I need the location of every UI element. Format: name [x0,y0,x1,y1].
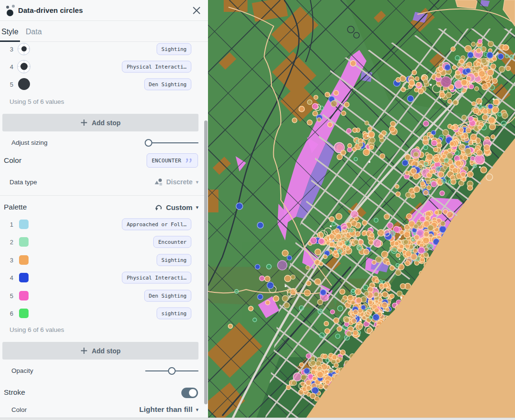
palette-dropdown[interactable]: Custom ▾ [155,203,198,211]
stop-index: 6 [4,310,13,317]
palette-stop-row: 5 Den Sighting [0,287,208,304]
stroke-section-header: Stroke [4,388,25,397]
value-badge[interactable]: Physical Interacti… [122,60,191,72]
palette-stop-row: 2 Encounter [0,233,208,250]
palette-usage-text: Using 6 of 6 values [10,326,64,333]
stroke-color-label: Color [11,406,27,413]
opacity-row: Opacity [0,365,208,376]
size-stop-row: 5 Den Sighting [0,75,208,93]
stop-index: 2 [4,238,13,245]
size-stop-circle-icon[interactable] [17,78,30,91]
opacity-slider[interactable] [145,370,198,371]
palette-row: Palette Custom ▾ [0,201,208,213]
shapes-icon [154,178,163,186]
map-canvas[interactable] [208,0,515,420]
palette-label: Palette [4,203,27,211]
color-section-header: Color [4,156,21,165]
map-svg [208,0,515,420]
tab-style[interactable]: Style [1,21,19,41]
data-driven-circles-icon [5,4,17,17]
color-field-chip[interactable]: ENCOUNTER [147,153,198,168]
undo-icon [155,203,163,211]
caret-down-icon: ▾ [196,205,198,210]
slider-handle[interactable] [168,367,176,375]
color-swatch[interactable] [19,309,29,318]
palette-stop-row: 4 Physical Interacti… [0,269,208,286]
value-badge[interactable]: Encounter [153,236,191,248]
bottom-strip [0,418,515,420]
stop-index: 4 [4,274,13,281]
value-badge[interactable]: sighting [157,307,191,319]
plus-icon [80,347,88,354]
size-stop-circle-icon[interactable] [17,60,30,73]
add-stop-label: Add stop [92,347,121,355]
opacity-label: Opacity [11,367,33,374]
stroke-color-dropdown[interactable]: Lighter than fill ▾ [139,405,198,414]
value-badge[interactable]: Den Sighting [144,290,191,301]
adjust-sizing-label: Adjust sizing [11,139,48,146]
add-color-stop-button[interactable]: Add stop [2,342,198,360]
caret-down-icon: ▾ [196,180,198,185]
size-stop-row: 4 Physical Interacti… [0,58,208,75]
palette-stop-row: 1 Approached or Foll… [0,215,208,233]
stop-index: 3 [4,256,13,263]
color-swatch[interactable] [19,291,29,300]
stroke-toggle[interactable] [181,388,198,398]
panel-title: Data-driven circles [18,6,83,14]
color-swatch[interactable] [19,237,29,247]
color-swatch[interactable] [19,255,29,265]
tab-data[interactable]: Data [26,21,42,41]
size-stop-circle-icon[interactable] [17,42,30,56]
add-size-stop-button[interactable]: Add stop [2,114,198,131]
stop-index: 4 [4,63,13,70]
slider-handle[interactable] [145,139,152,147]
color-swatch[interactable] [19,273,29,282]
data-type-value: Discrete [166,178,192,186]
stroke-color-value: Lighter than fill [139,405,193,414]
toggle-knob [189,389,197,397]
size-stop-row: 3 Sighting [0,40,208,58]
caret-down-icon: ▾ [196,407,198,412]
stop-index: 5 [4,292,13,299]
adjust-sizing-row: Adjust sizing [0,137,208,148]
palette-stop-row: 3 Sighting [0,251,208,269]
add-stop-label: Add stop [92,119,121,127]
value-badge[interactable]: Physical Interacti… [122,271,191,283]
value-badge[interactable]: Den Sighting [144,78,191,90]
data-type-dropdown[interactable]: Discrete ▾ [154,178,198,186]
stroke-color-row: Color Lighter than fill ▾ [0,404,208,415]
palette-stop-row: 6 sighting [0,304,208,322]
plus-icon [80,119,88,126]
stop-index: 3 [4,45,13,52]
panel-scrollbar[interactable] [204,120,208,404]
value-badge[interactable]: Sighting [157,43,191,55]
data-type-label: Data type [10,179,37,186]
chip-label: ENCOUNTER [152,158,181,164]
data-type-row: Data type Discrete ▾ [0,176,208,188]
stop-index: 5 [4,80,13,88]
value-badge[interactable]: Approached or Foll… [122,218,191,230]
panel-header: Data-driven circles [0,0,208,21]
adjust-sizing-slider[interactable] [145,142,198,143]
size-usage-text: Using 5 of 6 values [10,98,64,105]
value-badge[interactable]: Sighting [157,254,191,266]
panel-tabs: Style Data [0,21,208,42]
color-swatch[interactable] [19,220,29,229]
quote-icon [185,158,193,163]
style-panel: Data-driven circles Style Data 3 Sightin… [0,0,208,420]
close-icon[interactable] [192,6,201,15]
section-divider [0,195,208,196]
stop-index: 1 [4,220,13,228]
palette-value: Custom [166,203,193,211]
